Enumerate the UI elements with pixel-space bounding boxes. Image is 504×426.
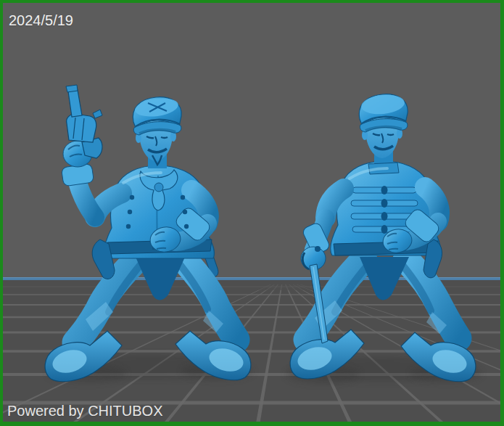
frame-border-left <box>0 0 3 426</box>
chitubox-watermark: Powered by CHITUBOX <box>7 403 163 419</box>
model-cavalry-revolver[interactable] <box>45 85 251 382</box>
revolver <box>66 85 102 158</box>
date-label: 2024/5/19 <box>9 12 73 28</box>
frame-border-bottom <box>0 422 504 426</box>
model-cavalry-saber[interactable] <box>290 93 476 382</box>
3d-viewport[interactable] <box>0 0 504 426</box>
frame-border-right <box>500 0 504 426</box>
frame-border-top <box>0 0 504 3</box>
